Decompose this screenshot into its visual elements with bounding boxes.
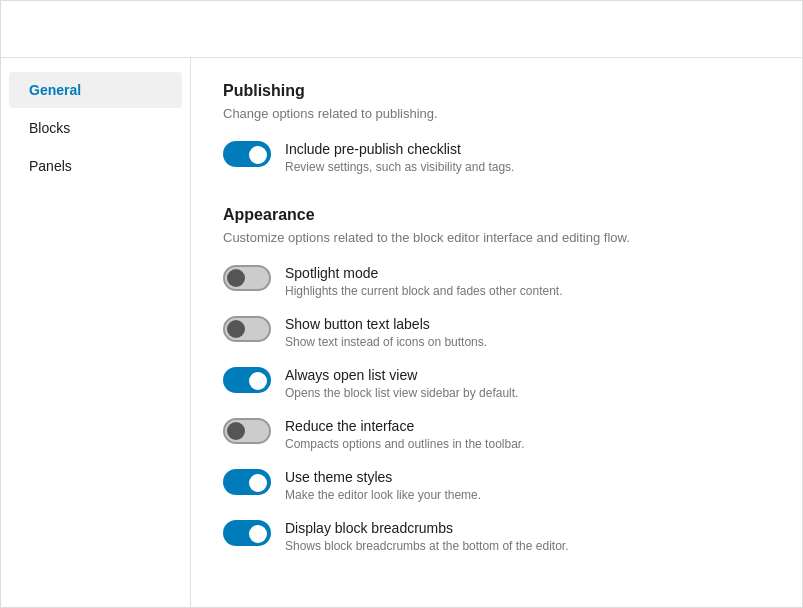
setting-text-always-open-list-view: Always open list viewOpens the block lis… bbox=[285, 367, 770, 400]
setting-label-reduce-interface: Reduce the interface bbox=[285, 418, 770, 434]
setting-desc-use-theme-styles: Make the editor look like your theme. bbox=[285, 488, 770, 502]
setting-item-display-block-breadcrumbs: Display block breadcrumbsShows block bre… bbox=[223, 520, 770, 553]
setting-desc-reduce-interface: Compacts options and outlines in the too… bbox=[285, 437, 770, 451]
setting-label-display-block-breadcrumbs: Display block breadcrumbs bbox=[285, 520, 770, 536]
toggle-pre-publish-checklist[interactable] bbox=[223, 141, 271, 167]
setting-text-use-theme-styles: Use theme stylesMake the editor look lik… bbox=[285, 469, 770, 502]
sidebar-item-blocks[interactable]: Blocks bbox=[9, 110, 182, 146]
setting-item-pre-publish-checklist: Include pre-publish checklistReview sett… bbox=[223, 141, 770, 174]
section-title-appearance: Appearance bbox=[223, 206, 770, 224]
sidebar: GeneralBlocksPanels bbox=[1, 58, 191, 607]
toggle-reduce-interface[interactable] bbox=[223, 418, 271, 444]
setting-desc-always-open-list-view: Opens the block list view sidebar by def… bbox=[285, 386, 770, 400]
main-content: PublishingChange options related to publ… bbox=[191, 58, 802, 607]
setting-text-spotlight-mode: Spotlight modeHighlights the current blo… bbox=[285, 265, 770, 298]
setting-item-spotlight-mode: Spotlight modeHighlights the current blo… bbox=[223, 265, 770, 298]
setting-text-display-block-breadcrumbs: Display block breadcrumbsShows block bre… bbox=[285, 520, 770, 553]
section-title-publishing: Publishing bbox=[223, 82, 770, 100]
setting-desc-pre-publish-checklist: Review settings, such as visibility and … bbox=[285, 160, 770, 174]
toggle-use-theme-styles[interactable] bbox=[223, 469, 271, 495]
toggle-always-open-list-view[interactable] bbox=[223, 367, 271, 393]
setting-label-show-button-text-labels: Show button text labels bbox=[285, 316, 770, 332]
setting-label-pre-publish-checklist: Include pre-publish checklist bbox=[285, 141, 770, 157]
setting-text-pre-publish-checklist: Include pre-publish checklistReview sett… bbox=[285, 141, 770, 174]
preferences-dialog: GeneralBlocksPanels PublishingChange opt… bbox=[0, 0, 803, 608]
dialog-body: GeneralBlocksPanels PublishingChange opt… bbox=[1, 58, 802, 607]
setting-label-spotlight-mode: Spotlight mode bbox=[285, 265, 770, 281]
setting-label-always-open-list-view: Always open list view bbox=[285, 367, 770, 383]
toggle-show-button-text-labels[interactable] bbox=[223, 316, 271, 342]
setting-desc-display-block-breadcrumbs: Shows block breadcrumbs at the bottom of… bbox=[285, 539, 770, 553]
close-button[interactable] bbox=[750, 13, 782, 45]
sidebar-item-panels[interactable]: Panels bbox=[9, 148, 182, 184]
toggle-display-block-breadcrumbs[interactable] bbox=[223, 520, 271, 546]
setting-desc-show-button-text-labels: Show text instead of icons on buttons. bbox=[285, 335, 770, 349]
setting-item-show-button-text-labels: Show button text labelsShow text instead… bbox=[223, 316, 770, 349]
section-publishing: PublishingChange options related to publ… bbox=[223, 82, 770, 174]
setting-item-always-open-list-view: Always open list viewOpens the block lis… bbox=[223, 367, 770, 400]
setting-item-use-theme-styles: Use theme stylesMake the editor look lik… bbox=[223, 469, 770, 502]
setting-item-reduce-interface: Reduce the interfaceCompacts options and… bbox=[223, 418, 770, 451]
section-desc-publishing: Change options related to publishing. bbox=[223, 106, 770, 121]
toggle-spotlight-mode[interactable] bbox=[223, 265, 271, 291]
setting-text-show-button-text-labels: Show button text labelsShow text instead… bbox=[285, 316, 770, 349]
section-desc-appearance: Customize options related to the block e… bbox=[223, 230, 770, 245]
sidebar-item-general[interactable]: General bbox=[9, 72, 182, 108]
section-appearance: AppearanceCustomize options related to t… bbox=[223, 206, 770, 553]
setting-text-reduce-interface: Reduce the interfaceCompacts options and… bbox=[285, 418, 770, 451]
setting-desc-spotlight-mode: Highlights the current block and fades o… bbox=[285, 284, 770, 298]
dialog-header bbox=[1, 1, 802, 58]
setting-label-use-theme-styles: Use theme styles bbox=[285, 469, 770, 485]
